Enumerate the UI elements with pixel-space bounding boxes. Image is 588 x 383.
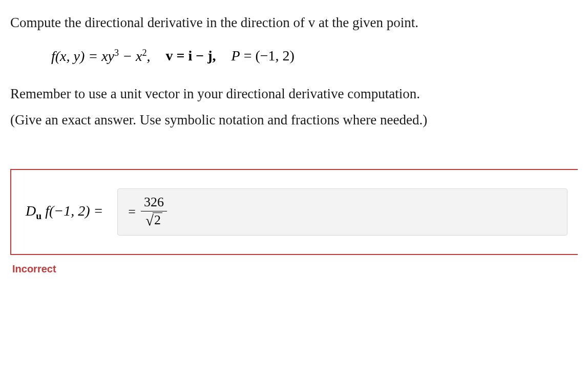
denominator: √2 [142, 211, 165, 229]
function-def: f(x, y) = xy [51, 48, 114, 64]
numerator: 326 [141, 195, 167, 211]
feedback-text: Incorrect [12, 263, 578, 275]
hint-line-2: (Give an exact answer. Use symbolic nota… [10, 107, 578, 133]
exponent-2: 2 [142, 48, 146, 58]
point-p: P = (−1, 2) [232, 48, 295, 64]
comma: , [147, 48, 151, 64]
equals-sign: = [128, 204, 136, 220]
d-letter: D [26, 203, 36, 219]
answer-label: Du f(−1, 2) = [26, 203, 103, 222]
math-expression: f(x, y) = xy3 − x2, v = i − j, P = (−1, … [51, 48, 578, 65]
exponent-1: 3 [114, 48, 119, 58]
fraction: 326 √2 [141, 195, 167, 228]
radicand: 2 [153, 212, 162, 228]
answer-container: Du f(−1, 2) = = 326 √2 [10, 169, 578, 254]
label-rest: f(−1, 2) = [41, 203, 103, 219]
sub-u: u [36, 210, 41, 221]
vector-v: v = i − j, [166, 48, 216, 64]
answer-input[interactable]: = 326 √2 [117, 188, 568, 235]
minus-x: − x [119, 48, 142, 64]
hints: Remember to use a unit vector in your di… [10, 81, 578, 134]
hint-line-1: Remember to use a unit vector in your di… [10, 81, 578, 107]
question-prompt: Compute the directional derivative in th… [10, 12, 578, 33]
